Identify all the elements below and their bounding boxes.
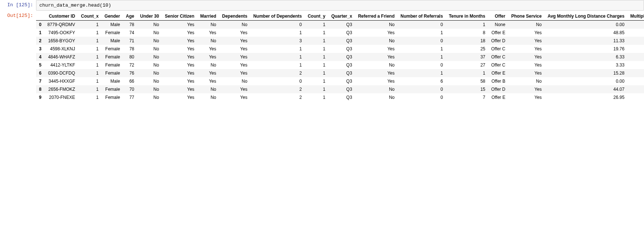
cell: 18 <box>446 37 488 45</box>
cell: Offer E <box>488 29 508 37</box>
cell: Q3 <box>328 93 355 101</box>
row-index: 6 <box>36 69 45 77</box>
cell: No <box>137 53 162 61</box>
column-header: Phone Service <box>508 12 545 21</box>
cell: Yes <box>508 53 545 61</box>
cell: 78 <box>123 21 137 29</box>
cell: 4598-XLKNJ <box>45 45 78 53</box>
cell: 2070-FNEXE <box>45 93 78 101</box>
cell: Yes <box>508 69 545 77</box>
cell: Yes <box>627 29 644 37</box>
cell: No <box>197 21 219 29</box>
cell: 1 <box>78 93 102 101</box>
cell: Yes <box>219 29 250 37</box>
cell: 8779-QRDMV <box>45 21 78 29</box>
cell: Q3 <box>328 85 355 93</box>
cell: 1 <box>305 29 328 37</box>
cell: 0 <box>250 21 305 29</box>
cell: Yes <box>162 45 197 53</box>
cell: Yes <box>508 45 545 53</box>
cell: 44.07 <box>545 85 627 93</box>
cell: 1 <box>250 29 305 37</box>
cell: 1 <box>305 37 328 45</box>
cell: Yes <box>219 37 250 45</box>
cell: Offer C <box>488 53 508 61</box>
cell: Yes <box>162 61 197 69</box>
cell: Yes <box>219 85 250 93</box>
cell: Yes <box>627 53 644 61</box>
cell: Q3 <box>328 29 355 37</box>
cell: 80 <box>123 53 137 61</box>
cell: No <box>137 69 162 77</box>
dataframe-table: Customer IDCount_xGenderAgeUnder 30Senio… <box>36 12 644 101</box>
cell: Q3 <box>328 69 355 77</box>
cell: 1 <box>305 77 328 85</box>
cell: 1 <box>305 69 328 77</box>
cell: Q3 <box>328 21 355 29</box>
row-index: 0 <box>36 21 45 29</box>
cell: Yes <box>162 69 197 77</box>
cell: No <box>137 29 162 37</box>
cell: 2 <box>250 69 305 77</box>
column-header: Multiple Lines <box>627 12 644 21</box>
cell: Offer E <box>488 93 508 101</box>
cell: No <box>355 93 397 101</box>
cell: Yes <box>219 45 250 53</box>
cell: 1 <box>78 61 102 69</box>
row-index: 7 <box>36 77 45 85</box>
cell: Yes <box>355 53 397 61</box>
cell: 1 <box>305 21 328 29</box>
cell: None <box>488 21 508 29</box>
cell: 78 <box>123 45 137 53</box>
cell: 3.33 <box>545 61 627 69</box>
output-area[interactable]: Customer IDCount_xGenderAgeUnder 30Senio… <box>36 11 644 105</box>
cell: No <box>627 21 644 29</box>
cell: 4412-YLTKF <box>45 61 78 69</box>
cell: No <box>355 21 397 29</box>
column-header: Under 30 <box>137 12 162 21</box>
cell: Offer D <box>488 37 508 45</box>
cell: 72 <box>123 61 137 69</box>
cell: Yes <box>197 53 219 61</box>
cell: No <box>627 69 644 77</box>
table-row: 54412-YLTKF1Female72NoYesNoYes11Q3No027O… <box>36 61 644 69</box>
cell: 15.28 <box>545 69 627 77</box>
cell: 15 <box>446 85 488 93</box>
cell: 0390-DCFDQ <box>45 69 78 77</box>
cell: 1 <box>305 85 328 93</box>
cell: 1 <box>78 21 102 29</box>
cell: 76 <box>123 69 137 77</box>
cell: 58 <box>446 77 488 85</box>
column-header: Dependents <box>219 12 250 21</box>
cell: Female <box>102 85 123 93</box>
code-input[interactable]: churn_data_merge.head(10) <box>36 0 644 11</box>
table-row: 17495-OOKFY1Female74NoYesYesYes11Q3Yes18… <box>36 29 644 37</box>
column-header: Number of Dependents <box>250 12 305 21</box>
cell: No <box>197 85 219 93</box>
cell: 1 <box>305 93 328 101</box>
cell: Yes <box>627 37 644 45</box>
cell: 0.00 <box>545 77 627 85</box>
column-header: Avg Monthly Long Distance Charges <box>545 12 627 21</box>
table-row: 73445-HXXGF1Male66NoYesYesNo01Q3Yes658Of… <box>36 77 644 85</box>
row-index: 9 <box>36 93 45 101</box>
cell: Yes <box>162 29 197 37</box>
cell: Offer B <box>488 77 508 85</box>
table-row: 92070-FNEXE1Female77NoYesNoYes21Q3No07Of… <box>36 93 644 101</box>
column-header: Count_x <box>78 12 102 21</box>
cell: Yes <box>219 69 250 77</box>
cell: No <box>137 61 162 69</box>
cell: 3 <box>250 37 305 45</box>
cell: 1 <box>250 53 305 61</box>
cell: 8 <box>446 29 488 37</box>
column-header: Senior Citizen <box>162 12 197 21</box>
cell: Offer E <box>488 69 508 77</box>
row-index: 1 <box>36 29 45 37</box>
cell: Yes <box>355 77 397 85</box>
cell: 77 <box>123 93 137 101</box>
cell: Yes <box>197 29 219 37</box>
cell: Q3 <box>328 37 355 45</box>
cell: 2656-FMOKZ <box>45 85 78 93</box>
cell: 11.33 <box>545 37 627 45</box>
cell: 1 <box>78 37 102 45</box>
